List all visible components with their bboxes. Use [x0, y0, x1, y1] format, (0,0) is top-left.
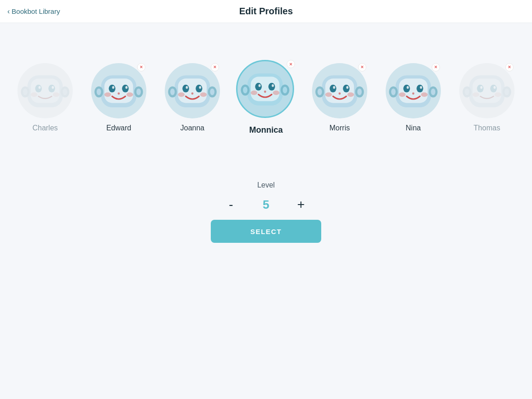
svg-point-23 — [127, 92, 133, 97]
delete-icon-monnica: × — [289, 62, 292, 67]
delete-icon-morris: × — [361, 65, 364, 70]
profile-item-thomas[interactable]: × Thomas — [455, 63, 519, 132]
svg-point-36 — [200, 92, 207, 97]
delete-button-joanna[interactable]: × — [211, 63, 219, 71]
back-link[interactable]: ‹ Bookbot Library — [7, 7, 60, 16]
svg-point-37 — [191, 92, 194, 94]
svg-point-72 — [407, 86, 409, 88]
profiles-row: Charles× Edward× — [0, 60, 532, 135]
svg-point-6 — [35, 84, 41, 92]
svg-point-22 — [104, 92, 111, 97]
svg-point-68 — [431, 88, 435, 95]
profile-item-monnica[interactable]: × Monnica — [234, 60, 298, 135]
svg-point-34 — [199, 86, 201, 88]
svg-point-24 — [118, 92, 120, 94]
profile-name-edward: Edward — [106, 124, 131, 132]
avatar-wrapper-nina: × — [386, 63, 441, 118]
level-section: Level - 5 + SELECT — [211, 181, 321, 243]
svg-point-32 — [196, 84, 202, 92]
svg-point-63 — [339, 92, 341, 94]
svg-point-35 — [178, 92, 185, 97]
svg-point-54 — [318, 88, 322, 95]
svg-point-85 — [480, 86, 483, 88]
level-plus-button[interactable]: + — [291, 195, 311, 214]
profile-name-charles: Charles — [32, 124, 58, 132]
svg-point-59 — [333, 86, 335, 88]
svg-point-16 — [136, 88, 141, 95]
svg-point-83 — [477, 84, 483, 92]
profile-item-edward[interactable]: × Edward — [87, 63, 151, 132]
svg-rect-5 — [31, 78, 59, 103]
svg-point-50 — [264, 91, 266, 93]
avatar-circle-charles — [17, 63, 73, 118]
svg-point-88 — [495, 92, 501, 97]
level-minus-button[interactable]: - — [221, 195, 241, 214]
avatar-wrapper-monnica: × — [236, 60, 296, 120]
level-value: 5 — [259, 198, 273, 212]
svg-point-73 — [420, 86, 422, 88]
svg-point-49 — [273, 91, 279, 95]
avatar-wrapper-edward: × — [91, 63, 146, 118]
profile-item-morris[interactable]: × Morris — [307, 63, 372, 132]
svg-point-3 — [23, 88, 28, 95]
svg-point-48 — [251, 91, 257, 95]
svg-point-11 — [53, 92, 59, 97]
avatar-circle-monnica — [236, 60, 294, 118]
main-content: Charles× Edward× — [0, 23, 532, 243]
svg-point-62 — [347, 92, 354, 97]
svg-point-20 — [112, 86, 115, 88]
avatar-circle-edward — [91, 63, 146, 118]
level-controls: - 5 + — [221, 195, 311, 214]
svg-point-21 — [125, 86, 127, 88]
svg-point-41 — [243, 87, 248, 93]
level-label: Level — [257, 181, 275, 189]
profile-item-joanna[interactable]: × Joanna — [160, 63, 225, 132]
svg-point-60 — [346, 86, 348, 88]
svg-point-31 — [182, 84, 189, 92]
svg-point-84 — [490, 84, 497, 92]
header: ‹ Bookbot Library Edit Profiles — [0, 0, 532, 23]
svg-point-67 — [391, 88, 396, 95]
svg-point-55 — [357, 88, 362, 95]
page-title: Edit Profiles — [239, 6, 293, 17]
delete-button-morris[interactable]: × — [358, 63, 366, 71]
avatar-wrapper-thomas: × — [459, 63, 515, 118]
back-label: Bookbot Library — [12, 7, 60, 15]
delete-button-monnica[interactable]: × — [287, 60, 295, 68]
profile-item-nina[interactable]: × Nina — [381, 63, 445, 132]
svg-point-74 — [399, 92, 405, 97]
avatar-wrapper-joanna: × — [165, 63, 220, 118]
svg-rect-82 — [473, 78, 501, 103]
delete-icon-thomas: × — [508, 65, 511, 70]
svg-point-87 — [473, 92, 479, 97]
avatar-wrapper-morris: × — [312, 63, 367, 118]
select-button[interactable]: SELECT — [211, 220, 321, 243]
avatar-wrapper-charles — [17, 63, 73, 118]
delete-button-thomas[interactable]: × — [505, 63, 514, 71]
svg-point-28 — [170, 88, 175, 95]
profile-item-charles[interactable]: Charles — [13, 63, 77, 132]
profile-name-thomas: Thomas — [474, 124, 500, 132]
svg-point-71 — [416, 84, 423, 92]
profile-name-nina: Nina — [406, 124, 421, 132]
profile-name-joanna: Joanna — [180, 124, 205, 132]
svg-point-9 — [52, 86, 54, 88]
delete-button-edward[interactable]: × — [137, 63, 145, 71]
delete-button-nina[interactable]: × — [432, 63, 440, 71]
avatar-circle-morris — [312, 63, 367, 118]
svg-point-86 — [493, 86, 496, 88]
delete-icon-nina: × — [434, 65, 437, 70]
delete-icon-edward: × — [140, 65, 143, 70]
svg-point-70 — [403, 84, 410, 92]
svg-point-10 — [31, 92, 37, 97]
svg-point-18 — [109, 84, 115, 92]
svg-point-80 — [465, 88, 469, 95]
svg-point-57 — [330, 84, 336, 92]
avatar-circle-joanna — [165, 63, 220, 118]
svg-point-46 — [259, 84, 261, 87]
avatar-circle-nina — [386, 63, 441, 118]
svg-point-75 — [421, 92, 428, 97]
profile-name-morris: Morris — [330, 124, 350, 132]
svg-point-61 — [325, 92, 332, 97]
svg-point-45 — [268, 83, 275, 91]
